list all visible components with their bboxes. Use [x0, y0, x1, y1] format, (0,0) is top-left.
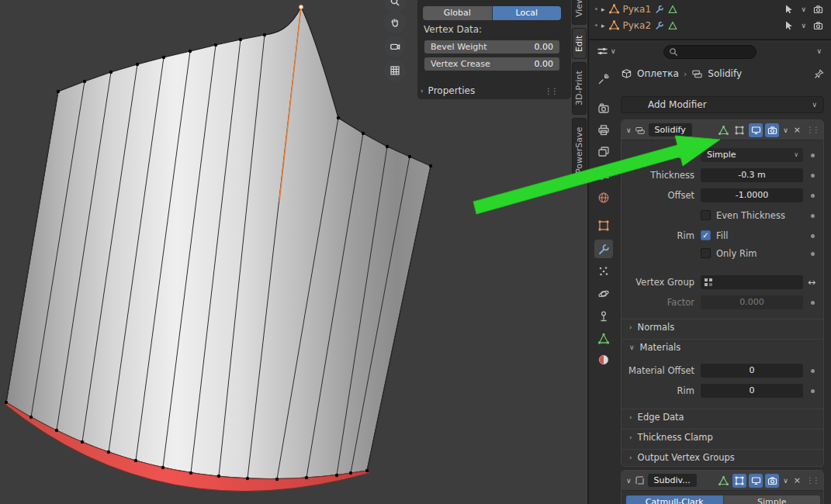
extras-dropdown-icon[interactable]: ∨	[781, 477, 790, 485]
viewport-hide-icon[interactable]: ∨	[801, 5, 806, 13]
render-display-toggle[interactable]	[765, 474, 779, 488]
mode-dropdown[interactable]: Simple ∨	[701, 148, 803, 162]
edge-data-subpanel[interactable]: › Edge Data	[622, 409, 823, 424]
tab-output[interactable]	[594, 121, 613, 140]
pan-gizmo[interactable]	[384, 12, 406, 33]
subdivision-header[interactable]: ∨ Subdiv...	[622, 471, 823, 491]
properties-subpanel-header[interactable]: › Properties ⋮⋮	[421, 84, 568, 98]
breadcrumb-object[interactable]: Оплетка	[637, 68, 679, 79]
realtime-display-toggle[interactable]	[749, 123, 763, 137]
breadcrumb-modifier[interactable]: Solidify	[708, 68, 742, 79]
edit-mode-toggle[interactable]	[732, 123, 746, 137]
tab-object[interactable]	[594, 216, 613, 235]
global-option[interactable]: Global	[423, 6, 493, 20]
tab-3d-print[interactable]: 3D-Print	[572, 62, 587, 115]
extras-dropdown-icon[interactable]: ∨	[781, 126, 790, 134]
camera-view-gizmo[interactable]	[384, 36, 406, 57]
normals-subpanel[interactable]: › Normals	[622, 319, 823, 334]
selectable-pointer-icon[interactable]	[785, 5, 794, 14]
grid-ortho-gizmo[interactable]	[384, 60, 406, 81]
animate-dot[interactable]	[811, 369, 815, 373]
tab-powersave[interactable]: PowerSave	[572, 118, 587, 183]
mode-label: Mode	[622, 148, 694, 162]
vertex-group-field[interactable]	[701, 275, 803, 289]
selectable-pointer-icon[interactable]	[785, 21, 794, 30]
tab-tool[interactable]	[594, 70, 613, 88]
animate-dot[interactable]	[811, 154, 815, 157]
fill-checkbox[interactable]: ✓	[701, 230, 711, 240]
outliner-row[interactable]: ▸ Рука1 ∨	[589, 1, 831, 17]
thickness-field[interactable]: -0.3 m	[701, 168, 803, 182]
animate-dot[interactable]	[811, 389, 815, 393]
tab-object-data[interactable]	[594, 330, 613, 348]
animate-dot[interactable]	[811, 174, 815, 178]
material-offset-field[interactable]: 0	[701, 364, 803, 378]
on-cage-toggle[interactable]	[716, 474, 730, 488]
search-input[interactable]	[663, 45, 757, 59]
vertex-crease-value: 0.00	[535, 59, 560, 69]
bevel-weight-field[interactable]: Bevel Weight 0.00	[424, 40, 559, 54]
expand-icon[interactable]: ▸	[601, 5, 605, 13]
tab-scene[interactable]	[594, 165, 613, 184]
even-thickness-checkbox[interactable]	[701, 210, 711, 220]
tab-constraints[interactable]	[594, 307, 613, 326]
rim-material-field[interactable]: 0	[701, 384, 803, 398]
materials-label: Materials	[640, 342, 681, 353]
factor-field[interactable]: 0.000	[701, 295, 803, 309]
outliner-row[interactable]: ▸ Рука2 ∨	[589, 17, 831, 33]
offset-field[interactable]: -1.0000	[701, 188, 803, 202]
solidify-header[interactable]: ∨ Solidify	[622, 120, 823, 140]
material-offset-label: Material Offset	[622, 364, 694, 378]
local-option[interactable]: Local	[493, 6, 562, 20]
thickness-clamp-subpanel[interactable]: › Thickness Clamp	[622, 429, 823, 444]
tab-modifiers[interactable]	[594, 240, 613, 258]
object-name[interactable]: Рука1	[623, 4, 652, 15]
filter-dropdown-icon[interactable]: ∨	[816, 47, 822, 55]
zoom-icon	[390, 0, 400, 7]
pin-icon[interactable]	[814, 69, 824, 79]
expand-icon[interactable]: ∨	[626, 477, 632, 485]
drag-handle-icon[interactable]: ⋮⋮	[805, 126, 819, 134]
properties-editor-icon	[597, 46, 608, 57]
object-name[interactable]: Рука2	[623, 20, 652, 31]
object-icon	[597, 219, 610, 232]
tab-particles[interactable]	[594, 262, 613, 281]
output-vertex-groups-subpanel[interactable]: › Output Vertex Groups	[622, 449, 823, 464]
vertex-crease-field[interactable]: Vertex Crease 0.00	[424, 57, 559, 71]
animate-dot[interactable]	[811, 252, 815, 256]
bevel-weight-value: 0.00	[535, 42, 560, 52]
render-visibility-icon[interactable]	[813, 5, 823, 14]
add-modifier-button[interactable]: Add Modifier ∨	[621, 96, 824, 113]
animate-dot[interactable]	[811, 301, 815, 305]
modifier-name-field[interactable]: Subdiv...	[648, 474, 697, 487]
tab-view[interactable]: View	[572, 0, 587, 25]
modifier-name-field[interactable]: Solidify	[649, 123, 692, 136]
tab-physics[interactable]	[594, 285, 613, 303]
delete-modifier-icon[interactable]: ×	[792, 475, 802, 485]
render-display-toggle[interactable]	[765, 123, 779, 137]
viewport-hide-icon[interactable]: ∨	[801, 22, 806, 29]
tab-view-layer[interactable]	[594, 143, 613, 161]
realtime-display-toggle[interactable]	[749, 474, 763, 488]
only-rim-checkbox[interactable]	[701, 248, 711, 258]
render-visibility-icon[interactable]	[813, 21, 823, 30]
delete-modifier-icon[interactable]: ×	[792, 125, 802, 135]
on-cage-toggle[interactable]	[716, 123, 730, 137]
drag-handle-icon[interactable]: ⋮⋮	[805, 476, 819, 485]
editor-type-button[interactable]: ∨	[597, 46, 616, 57]
edit-mode-toggle[interactable]	[732, 474, 746, 488]
tab-world[interactable]	[594, 188, 613, 207]
tab-render[interactable]	[594, 99, 613, 118]
panel-grip-icon[interactable]: ⋮⋮	[545, 87, 568, 95]
materials-subpanel[interactable]: ∨ Materials	[622, 339, 823, 354]
expand-icon[interactable]: ∨	[626, 126, 632, 134]
tab-edit[interactable]: Edit	[572, 28, 587, 59]
animate-dot[interactable]	[811, 234, 815, 238]
animate-dot[interactable]	[811, 214, 815, 218]
animate-dot[interactable]	[811, 194, 815, 198]
invert-vertex-group-icon[interactable]: ↔	[808, 275, 815, 289]
simple-button[interactable]: Simple	[723, 495, 821, 504]
tab-material[interactable]	[594, 350, 613, 369]
catmull-clark-button[interactable]: Catmull-Clark	[626, 495, 723, 504]
expand-icon[interactable]: ▸	[601, 22, 605, 29]
